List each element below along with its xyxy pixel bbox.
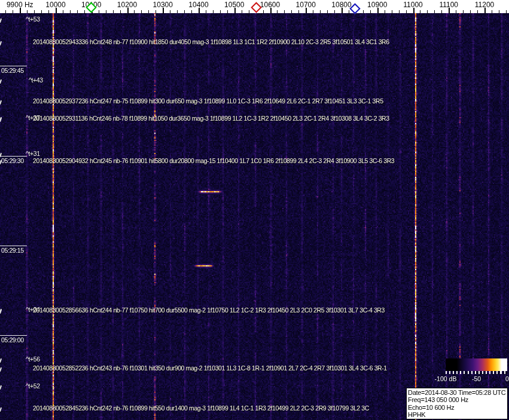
freq-label: 10300 xyxy=(153,1,173,9)
freq-tick xyxy=(148,10,149,13)
freq-label: 10700 xyxy=(296,1,316,9)
freq-tick xyxy=(463,10,464,13)
freq-tick xyxy=(113,10,114,13)
freq-tick xyxy=(213,10,214,13)
freq-tick xyxy=(349,10,349,13)
freq-tick xyxy=(434,10,435,13)
freq-tick xyxy=(277,10,278,13)
freq-tick xyxy=(242,10,242,13)
freq-tick xyxy=(13,10,13,13)
freq-tick xyxy=(363,10,364,13)
freq-tick xyxy=(27,10,28,13)
colorbar-gradient xyxy=(446,358,507,371)
freq-tick xyxy=(327,10,328,13)
colorbar: -100 dB-500 xyxy=(446,358,507,384)
freq-tick xyxy=(320,10,321,13)
freq-tick xyxy=(84,10,85,13)
info-station: HPHK xyxy=(408,411,506,418)
freq-tick xyxy=(284,10,285,13)
freq-tick xyxy=(249,10,249,13)
freq-tick xyxy=(406,10,407,13)
freq-tick xyxy=(291,10,292,13)
freq-tick xyxy=(177,10,178,13)
colorbar-label: -50 xyxy=(472,375,481,382)
freq-tick xyxy=(220,10,221,13)
freq-tick xyxy=(427,10,428,13)
freq-label: 10200 xyxy=(117,1,137,9)
freq-label: 10500 xyxy=(224,1,244,9)
freq-tick xyxy=(5,10,6,13)
freq-tick xyxy=(456,10,456,13)
freq-label: 11100 xyxy=(439,1,458,9)
spectrogram-canvas[interactable] xyxy=(0,13,509,420)
freq-tick xyxy=(263,10,264,13)
freq-tick xyxy=(499,10,499,13)
freq-tick xyxy=(206,10,206,13)
freq-tick xyxy=(392,10,392,13)
freq-tick xyxy=(477,10,478,13)
freq-tick xyxy=(70,10,71,13)
freq-label: 9900 Hz xyxy=(7,1,33,9)
spectrogram-app: 9900 Hz100001010010200103001040010500106… xyxy=(0,0,509,420)
freq-label: 10600 xyxy=(260,1,280,9)
freq-tick xyxy=(227,10,228,13)
info-date: Date=2014-08-30 Time=05:28 UTC xyxy=(408,389,506,396)
freq-label: 10400 xyxy=(188,1,208,9)
freq-tick xyxy=(156,10,156,13)
freq-tick xyxy=(34,10,35,13)
freq-tick xyxy=(492,10,492,13)
info-freq: Freq=143 050 000 Hz xyxy=(408,396,506,403)
colorbar-ticks xyxy=(446,371,507,374)
freq-tick xyxy=(41,10,42,13)
colorbar-labels: -100 dB-500 xyxy=(446,375,507,384)
freq-tick xyxy=(134,10,135,13)
colorbar-label: 0 xyxy=(505,375,509,382)
freq-label: 10900 xyxy=(367,1,387,9)
freq-tick xyxy=(313,10,313,13)
freq-label: 11000 xyxy=(403,1,422,9)
info-box: Date=2014-08-30 Time=05:28 UTC Freq=143 … xyxy=(406,388,508,419)
colorbar-label: -100 dB xyxy=(435,375,457,382)
freq-tick xyxy=(370,10,371,13)
freq-tick xyxy=(141,10,142,13)
freq-tick xyxy=(334,10,335,13)
freq-tick xyxy=(120,10,121,13)
freq-tick xyxy=(191,10,192,13)
freq-tick xyxy=(48,10,49,13)
freq-tick xyxy=(99,10,99,13)
freq-label: 11200 xyxy=(475,1,494,9)
frequency-axis: 9900 Hz100001010010200103001040010500106… xyxy=(0,0,509,13)
freq-tick xyxy=(441,10,442,13)
freq-tick xyxy=(298,10,299,13)
freq-tick xyxy=(184,10,185,13)
freq-tick xyxy=(77,10,78,13)
freq-tick xyxy=(106,10,106,13)
freq-tick xyxy=(506,10,507,13)
info-echo: Echo=10 600 Hz xyxy=(408,404,506,411)
freq-tick xyxy=(399,10,400,13)
freq-tick xyxy=(63,10,63,13)
freq-label: 10800 xyxy=(331,1,351,9)
freq-tick xyxy=(170,10,170,13)
freq-tick xyxy=(385,10,385,13)
freq-label: 10000 xyxy=(45,1,65,9)
freq-tick xyxy=(420,10,420,13)
freq-tick xyxy=(470,10,471,13)
